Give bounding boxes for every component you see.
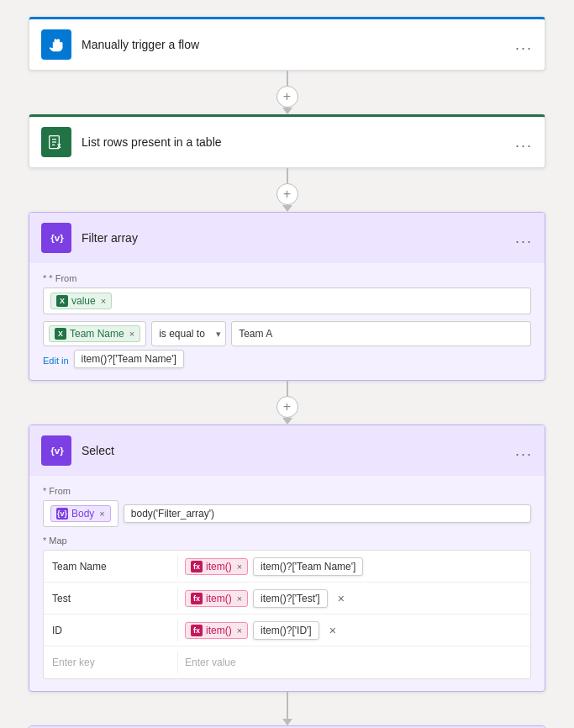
trigger-title: Manually trigger a flow xyxy=(82,38,505,51)
connector-2: + xyxy=(276,168,298,212)
connector-1: + xyxy=(276,71,298,114)
fx-icon-1: fx xyxy=(191,593,203,604)
filter-operator-wrapper: is equal to xyxy=(151,321,226,346)
edit-in-row: Edit in item()?['Team Name'] xyxy=(43,350,531,368)
filter-from-label: * * From xyxy=(43,273,531,283)
add-step-btn-3[interactable]: + xyxy=(276,396,298,418)
fx-token-2: fx item() × xyxy=(185,622,248,639)
fx-token-2-close[interactable]: × xyxy=(237,625,242,636)
value-token-close[interactable]: × xyxy=(101,296,106,306)
map-value-placeholder[interactable]: Enter value xyxy=(178,653,530,672)
map-value-0[interactable]: fx item() × item()?['Team Name'] xyxy=(178,554,530,579)
arrow-4 xyxy=(282,719,292,725)
svg-text:{v}: {v} xyxy=(50,445,64,456)
excel-card: X List rows present in a table ... xyxy=(29,114,545,168)
team-name-token: X Team Name × xyxy=(49,325,140,342)
test-expr: item()?['Test'] xyxy=(253,589,328,608)
trigger-icon xyxy=(41,29,71,60)
arrow-3 xyxy=(282,418,292,425)
fx-icon-2: fx xyxy=(191,625,203,636)
map-row-empty: Enter key Enter value xyxy=(44,646,530,678)
map-key-2: ID xyxy=(44,620,178,641)
map-row-2: ID fx item() × item()?['ID'] × xyxy=(44,615,530,646)
add-step-btn-2[interactable]: + xyxy=(276,183,298,205)
body-token-close[interactable]: × xyxy=(99,509,104,519)
filter-from-input[interactable]: X value × xyxy=(43,288,531,314)
add-step-btn-1[interactable]: + xyxy=(276,86,298,108)
plus-icon-1: + xyxy=(283,89,291,104)
trigger-card: Manually trigger a flow ... xyxy=(29,17,545,71)
arrow-1 xyxy=(282,108,292,114)
map-value-2[interactable]: fx item() × item()?['ID'] × xyxy=(178,618,530,643)
select-card: {v} Select ... * From {v} Body × body('F… xyxy=(29,425,545,692)
value-token: X value × xyxy=(50,293,112,309)
select-title: Select xyxy=(82,444,505,457)
map-value-1[interactable]: fx item() × item()?['Test'] × xyxy=(178,586,530,611)
filter-condition-row: X Team Name × is equal to xyxy=(43,321,531,346)
map-table: Team Name fx item() × item()?['Team Name… xyxy=(43,550,531,679)
select-map-label: * Map xyxy=(43,535,67,546)
filter-title: Filter array xyxy=(82,231,505,245)
connector-line-3 xyxy=(287,381,288,396)
select-menu[interactable]: ... xyxy=(515,442,533,460)
fx-token-1-close[interactable]: × xyxy=(237,593,242,604)
trigger-menu[interactable]: ... xyxy=(515,36,533,54)
select-from-row: {v} Body × body('Filter_array') xyxy=(43,500,531,527)
plus-icon-2: + xyxy=(283,187,291,202)
fx-token-0-close[interactable]: × xyxy=(237,562,242,572)
connector-line-1 xyxy=(287,71,288,86)
team-name-token-icon: X xyxy=(55,328,66,340)
connector-line-4 xyxy=(287,692,288,719)
filter-value-input[interactable] xyxy=(231,321,531,346)
map-row-0: Team Name fx item() × item()?['Team Name… xyxy=(44,551,530,583)
delete-row-1[interactable]: × xyxy=(333,590,350,607)
map-key-1: Test xyxy=(44,588,178,609)
map-row-1: Test fx item() × item()?['Test'] × xyxy=(44,583,530,615)
filter-menu[interactable]: ... xyxy=(515,229,533,247)
map-key-placeholder[interactable]: Enter key xyxy=(44,652,178,673)
body-token-icon: {v} xyxy=(56,508,68,520)
select-from-label-wrap: * From xyxy=(43,486,531,496)
select-map-label-wrap: * Map xyxy=(43,535,531,546)
connector-3: + xyxy=(276,381,298,425)
fx-token-1: fx item() × xyxy=(185,590,248,607)
token-excel-icon: X xyxy=(56,295,68,307)
svg-text:X: X xyxy=(57,142,61,150)
plus-icon-3: + xyxy=(283,399,291,414)
edit-in-link[interactable]: Edit in xyxy=(43,356,69,366)
filter-left-input[interactable]: X Team Name × xyxy=(43,321,146,346)
select-from-input[interactable]: {v} Body × xyxy=(43,500,118,527)
flow-canvas: Manually trigger a flow ... + X List row… xyxy=(17,17,557,728)
excel-menu[interactable]: ... xyxy=(515,134,533,151)
filter-operator-select[interactable]: is equal to xyxy=(151,321,226,346)
fx-token-0: fx item() × xyxy=(185,558,248,575)
excel-title: List rows present in a table xyxy=(82,135,505,149)
connector-4 xyxy=(282,692,292,725)
map-key-0: Team Name xyxy=(44,556,178,578)
body-token: {v} Body × xyxy=(50,505,111,522)
fx-icon-0: fx xyxy=(191,561,203,572)
excel-icon: X xyxy=(41,127,71,157)
select-icon: {v} xyxy=(41,435,71,466)
svg-text:{v}: {v} xyxy=(50,232,64,243)
expression-tooltip: item()?['Team Name'] xyxy=(74,350,184,368)
team-name-token-close[interactable]: × xyxy=(129,329,134,339)
filter-array-expr: body('Filter_array') xyxy=(124,504,531,523)
filter-icon: {v} xyxy=(41,223,71,253)
id-expr: item()?['ID'] xyxy=(253,621,319,640)
filter-array-card: {v} Filter array ... * * From X value × xyxy=(29,212,545,381)
connector-line-2 xyxy=(287,168,288,183)
team-name-expr: item()?['Team Name'] xyxy=(253,557,363,576)
arrow-2 xyxy=(282,205,292,212)
select-from-label: * From xyxy=(43,486,71,496)
delete-row-2[interactable]: × xyxy=(324,622,341,639)
